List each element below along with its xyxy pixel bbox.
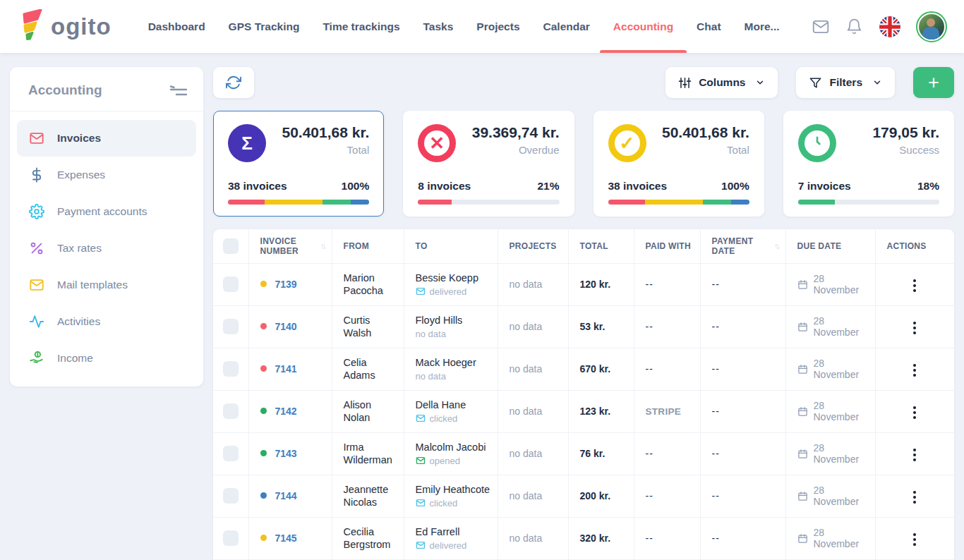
- due-date-cell: 28 November: [785, 263, 875, 305]
- refresh-button[interactable]: [213, 67, 254, 98]
- sidebar-item-mail-templates[interactable]: Mail templates: [17, 267, 196, 303]
- row-checkbox[interactable]: [223, 276, 239, 292]
- sidebar-item-tax-rates[interactable]: Tax rates: [17, 230, 196, 267]
- to-cell: Malcolm Jacobi opened: [404, 432, 498, 475]
- projects-cell: no data: [498, 348, 568, 390]
- invoices-table: INVOICE NUMBER↑↓FROMTOPROJECTSTOTALPAID …: [213, 229, 954, 560]
- sidebar-item-payment-accounts[interactable]: Payment accounts: [17, 193, 196, 230]
- columns-button[interactable]: Columns: [665, 67, 778, 98]
- projects-cell: no data: [498, 263, 568, 305]
- select-all-checkbox[interactable]: [223, 238, 239, 254]
- row-checkbox[interactable]: [223, 403, 239, 419]
- mail-status-icon: [416, 498, 426, 508]
- toolbar: Columns Filters +: [213, 67, 954, 98]
- payment-date-cell: --: [700, 263, 785, 305]
- notifications-bell-icon[interactable]: [845, 18, 864, 36]
- invoice-status-dot: [260, 365, 267, 372]
- row-checkbox[interactable]: [223, 530, 239, 546]
- card-progress-bar: [608, 200, 749, 205]
- filters-button[interactable]: Filters: [796, 67, 895, 98]
- invoice-number-link[interactable]: 7143: [275, 448, 297, 459]
- user-avatar[interactable]: [916, 11, 947, 42]
- invoice-number-link[interactable]: 7144: [275, 490, 297, 501]
- paid-with-cell: --: [634, 263, 700, 305]
- to-cell: Emily Heathcote clicked: [404, 475, 498, 517]
- summary-card-success[interactable]: 179,05 kr. Success 7 invoices 18%: [783, 111, 954, 217]
- row-checkbox[interactable]: [223, 319, 239, 334]
- add-invoice-button[interactable]: +: [913, 67, 954, 98]
- from-cell: Celia Adams: [332, 348, 404, 390]
- invoice-status-dot: [260, 450, 267, 456]
- table-row: 7144 Jeannette Nicolas Emily Heathcote c…: [213, 475, 954, 517]
- mail-icon: [28, 276, 45, 293]
- row-actions-kebab-icon[interactable]: [909, 317, 920, 339]
- invoice-number-link[interactable]: 7145: [275, 532, 297, 544]
- row-checkbox[interactable]: [223, 488, 239, 504]
- calendar-icon: [797, 322, 808, 332]
- sort-arrows-icon[interactable]: ↑↓: [774, 241, 780, 251]
- brand-logo[interactable]: ogito: [18, 9, 112, 44]
- table-row: 7140 Curtis Walsh Floyd Hills no data no…: [213, 305, 954, 348]
- summary-card-total[interactable]: ✓ 50.401,68 kr. Total 38 invoices 100%: [594, 111, 764, 217]
- mail-status: delivered: [416, 286, 492, 297]
- messages-icon[interactable]: [812, 18, 830, 36]
- row-checkbox[interactable]: [223, 361, 239, 377]
- nav-item-projects[interactable]: Projects: [476, 0, 519, 53]
- column-header-invoice-number[interactable]: INVOICE NUMBER↑↓: [248, 229, 332, 263]
- card-percent: 18%: [917, 180, 939, 193]
- sidebar-collapse-icon[interactable]: [169, 85, 188, 97]
- invoice-status-dot: [260, 281, 267, 287]
- total-cell: 53 kr.: [568, 305, 634, 348]
- nav-item-calendar[interactable]: Calendar: [543, 0, 590, 53]
- mail-status: clicked: [416, 413, 492, 424]
- invoice-number-link[interactable]: 7142: [275, 406, 297, 417]
- card-invoice-count: 38 invoices: [608, 180, 668, 193]
- column-header-to: TO: [404, 229, 498, 263]
- to-cell: Bessie Koepp delivered: [404, 263, 498, 305]
- calendar-icon: [797, 279, 808, 290]
- sidebar-item-activities[interactable]: Activities: [17, 303, 196, 340]
- summary-card-overdue[interactable]: ✕ 39.369,74 kr. Overdue 8 invoices 21%: [403, 111, 574, 217]
- nav-item-gps-tracking[interactable]: GPS Tracking: [229, 0, 300, 53]
- sidebar-item-expenses[interactable]: Expenses: [17, 157, 196, 193]
- row-actions-kebab-icon[interactable]: [909, 487, 920, 508]
- total-cell: 670 kr.: [568, 348, 634, 390]
- row-actions-kebab-icon[interactable]: [909, 529, 920, 550]
- card-progress-bar: [228, 200, 369, 205]
- paid-with-cell: --: [634, 475, 700, 517]
- sidebar-item-income[interactable]: Income: [17, 340, 196, 377]
- sidebar-item-invoices[interactable]: Invoices: [17, 120, 196, 157]
- nav-item-accounting[interactable]: Accounting: [613, 0, 673, 53]
- summary-card-total[interactable]: Σ 50.401,68 kr. Total 38 invoices 100%: [213, 111, 384, 217]
- nav-item-chat[interactable]: Chat: [697, 0, 721, 53]
- row-actions-kebab-icon[interactable]: [909, 360, 920, 381]
- column-header-payment-date[interactable]: PAYMENT DATE↑↓: [700, 229, 785, 263]
- actions-cell: [875, 432, 954, 475]
- row-checkbox[interactable]: [223, 446, 239, 461]
- row-actions-kebab-icon[interactable]: [909, 402, 920, 423]
- nav-item-dashboard[interactable]: Dashboard: [148, 0, 205, 53]
- language-uk-flag-icon[interactable]: [879, 16, 900, 37]
- nav-item-more[interactable]: More...: [745, 0, 780, 53]
- paid-with-cell: --: [634, 305, 700, 348]
- invoice-number-link[interactable]: 7141: [275, 363, 297, 375]
- nav-item-tasks[interactable]: Tasks: [423, 0, 454, 53]
- total-cell: 320 kr.: [568, 517, 634, 559]
- row-actions-kebab-icon[interactable]: [909, 275, 920, 296]
- nav-item-time-trackings[interactable]: Time trackings: [323, 0, 399, 53]
- row-actions-kebab-icon[interactable]: [909, 444, 920, 465]
- paid-with-cell: --: [634, 517, 700, 559]
- table-header-row: INVOICE NUMBER↑↓FROMTOPROJECTSTOTALPAID …: [213, 229, 954, 263]
- invoice-number-link[interactable]: 7140: [275, 321, 297, 332]
- sort-arrows-icon[interactable]: ↑↓: [320, 241, 326, 251]
- columns-button-label: Columns: [699, 76, 745, 89]
- from-cell: Cecilia Bergstrom: [332, 517, 404, 559]
- paid-with-cell: STRIPE: [634, 390, 700, 432]
- table-row: 7145 Cecilia Bergstrom Ed Farrell delive…: [213, 517, 954, 559]
- invoice-number-link[interactable]: 7139: [275, 279, 297, 290]
- payment-date-cell: --: [700, 305, 785, 348]
- from-cell: Curtis Walsh: [332, 305, 404, 348]
- projects-cell: no data: [498, 390, 568, 432]
- sidebar-title: Accounting: [28, 83, 102, 98]
- projects-cell: no data: [498, 475, 568, 517]
